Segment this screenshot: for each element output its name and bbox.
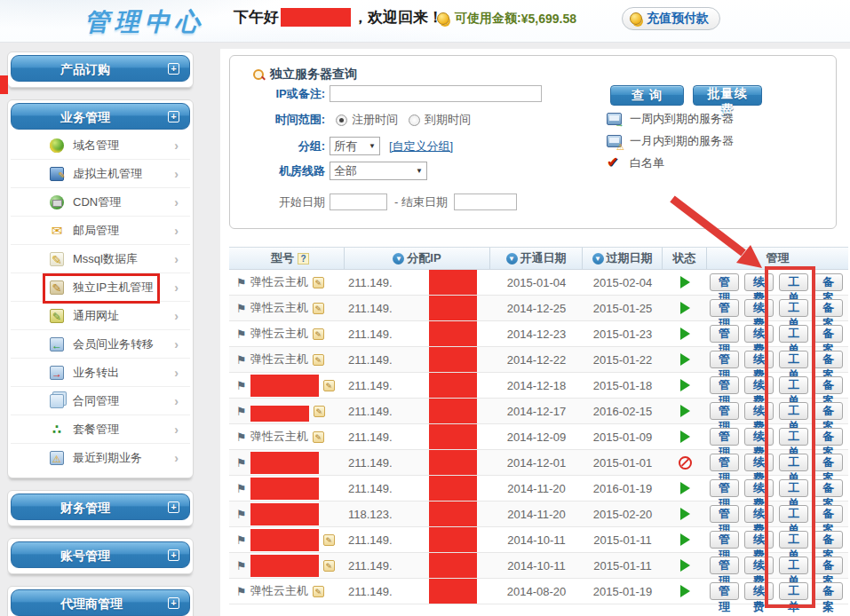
sidebar-item-最近到期业务[interactable]: 最近到期业务 › bbox=[11, 444, 190, 472]
action-button-工单[interactable]: 工单 bbox=[779, 402, 808, 420]
action-button-管理[interactable]: 管理 bbox=[710, 351, 739, 368]
action-button-备案[interactable]: 备案 bbox=[814, 299, 843, 317]
sidebar-item-域名管理[interactable]: 域名管理 › bbox=[11, 131, 190, 160]
sidebar-item-业务转出[interactable]: 业务转出 › bbox=[11, 359, 190, 387]
edit-note-icon[interactable] bbox=[313, 586, 324, 597]
action-button-工单[interactable]: 工单 bbox=[779, 479, 808, 497]
sort-icon[interactable] bbox=[592, 253, 604, 265]
action-button-备案[interactable]: 备案 bbox=[814, 325, 843, 343]
action-button-续费[interactable]: 续费 bbox=[744, 299, 774, 317]
action-button-工单[interactable]: 工单 bbox=[779, 531, 808, 549]
action-button-工单[interactable]: 工单 bbox=[779, 582, 808, 600]
action-button-备案[interactable]: 备案 bbox=[814, 273, 843, 291]
action-button-工单[interactable]: 工单 bbox=[779, 376, 808, 394]
datacenter-line-select[interactable]: 全部 ▼ bbox=[330, 162, 427, 180]
action-button-续费[interactable]: 续费 bbox=[744, 454, 774, 471]
action-button-续费[interactable]: 续费 bbox=[744, 351, 774, 368]
action-button-工单[interactable]: 工单 bbox=[779, 273, 808, 291]
edit-note-icon[interactable] bbox=[313, 328, 324, 340]
action-button-备案[interactable]: 备案 bbox=[814, 479, 843, 497]
edit-note-icon[interactable] bbox=[323, 560, 335, 572]
expand-icon[interactable] bbox=[168, 549, 179, 561]
sidebar-item-独立IP主机管理[interactable]: 独立IP主机管理 › bbox=[11, 273, 190, 302]
action-button-管理[interactable]: 管理 bbox=[710, 428, 739, 446]
action-button-续费[interactable]: 续费 bbox=[744, 479, 774, 497]
action-button-续费[interactable]: 续费 bbox=[744, 402, 774, 420]
sidebar-item-通用网址[interactable]: 通用网址 › bbox=[11, 302, 190, 330]
expand-icon[interactable] bbox=[168, 111, 179, 122]
action-button-备案[interactable]: 备案 bbox=[814, 531, 843, 549]
action-button-管理[interactable]: 管理 bbox=[710, 531, 739, 549]
custom-group-link[interactable]: [自定义分组] bbox=[389, 138, 453, 154]
action-button-续费[interactable]: 续费 bbox=[744, 428, 774, 446]
action-button-续费[interactable]: 续费 bbox=[744, 505, 774, 523]
action-button-备案[interactable]: 备案 bbox=[814, 454, 843, 471]
action-button-工单[interactable]: 工单 bbox=[779, 505, 808, 523]
sidebar-section-账号管理[interactable]: 账号管理 bbox=[11, 541, 190, 568]
group-select[interactable]: 所有 ▼ bbox=[330, 137, 380, 155]
action-button-工单[interactable]: 工单 bbox=[779, 454, 808, 471]
action-button-管理[interactable]: 管理 bbox=[710, 582, 739, 600]
action-button-管理[interactable]: 管理 bbox=[710, 376, 739, 394]
sidebar-item-邮局管理[interactable]: 邮局管理 › bbox=[11, 217, 190, 245]
action-button-续费[interactable]: 续费 bbox=[744, 557, 774, 574]
action-button-管理[interactable]: 管理 bbox=[710, 454, 739, 471]
action-button-备案[interactable]: 备案 bbox=[814, 505, 843, 523]
edit-note-icon[interactable] bbox=[314, 406, 325, 417]
edit-note-icon[interactable] bbox=[313, 303, 324, 314]
action-button-续费[interactable]: 续费 bbox=[744, 325, 774, 343]
start-date-input[interactable] bbox=[330, 193, 387, 210]
action-button-管理[interactable]: 管理 bbox=[710, 557, 739, 574]
action-button-工单[interactable]: 工单 bbox=[779, 299, 808, 317]
action-button-备案[interactable]: 备案 bbox=[814, 557, 843, 574]
edit-note-icon[interactable] bbox=[313, 354, 324, 366]
edit-note-icon[interactable] bbox=[323, 380, 335, 391]
action-button-续费[interactable]: 续费 bbox=[744, 582, 774, 600]
contract-icon bbox=[50, 394, 64, 408]
action-button-管理[interactable]: 管理 bbox=[710, 479, 739, 497]
batch-renew-button[interactable]: 批量续费 bbox=[693, 85, 762, 106]
action-button-工单[interactable]: 工单 bbox=[779, 428, 808, 446]
action-button-管理[interactable]: 管理 bbox=[710, 299, 739, 317]
end-date-input[interactable] bbox=[454, 193, 517, 210]
expand-icon[interactable] bbox=[168, 597, 179, 609]
query-button[interactable]: 查 询 bbox=[610, 85, 684, 106]
sidebar-item-虚拟主机管理[interactable]: 虚拟主机管理 › bbox=[11, 160, 190, 188]
action-button-续费[interactable]: 续费 bbox=[744, 273, 774, 291]
edit-note-icon[interactable] bbox=[313, 277, 324, 288]
edit-note-icon[interactable] bbox=[323, 534, 335, 546]
expand-icon[interactable] bbox=[168, 501, 179, 513]
sidebar-section-财务管理[interactable]: 财务管理 bbox=[11, 494, 190, 520]
recharge-button[interactable]: 充值预付款 bbox=[622, 7, 720, 30]
expire-time-radio[interactable] bbox=[409, 115, 420, 126]
action-button-管理[interactable]: 管理 bbox=[710, 402, 739, 420]
sidebar-item-合同管理[interactable]: 合同管理 › bbox=[11, 387, 190, 415]
action-button-管理[interactable]: 管理 bbox=[710, 325, 739, 343]
action-button-管理[interactable]: 管理 bbox=[710, 505, 739, 523]
action-button-备案[interactable]: 备案 bbox=[814, 582, 843, 600]
edit-note-icon[interactable] bbox=[313, 431, 324, 443]
sidebar-section-产品订购[interactable]: 产品订购 bbox=[11, 55, 190, 82]
expand-icon[interactable] bbox=[168, 63, 179, 75]
action-button-备案[interactable]: 备案 bbox=[814, 428, 843, 446]
sort-icon[interactable] bbox=[506, 253, 518, 265]
ip-remark-input[interactable] bbox=[330, 85, 542, 102]
sidebar-item-CDN管理[interactable]: CDN管理 › bbox=[11, 188, 190, 217]
sidebar-item-会员间业务转移[interactable]: 会员间业务转移 › bbox=[11, 330, 190, 359]
sidebar-section-业务管理[interactable]: 业务管理 bbox=[11, 103, 190, 130]
action-button-工单[interactable]: 工单 bbox=[779, 557, 808, 574]
action-button-工单[interactable]: 工单 bbox=[779, 325, 808, 343]
sidebar-item-套餐管理[interactable]: 套餐管理 › bbox=[11, 415, 190, 444]
register-time-radio[interactable] bbox=[336, 115, 347, 126]
action-button-备案[interactable]: 备案 bbox=[814, 376, 843, 394]
sort-icon[interactable] bbox=[393, 253, 404, 265]
sidebar-section-代理商管理[interactable]: 代理商管理 bbox=[11, 589, 190, 616]
action-button-续费[interactable]: 续费 bbox=[744, 531, 774, 549]
action-button-备案[interactable]: 备案 bbox=[814, 402, 843, 420]
action-button-工单[interactable]: 工单 bbox=[779, 351, 808, 368]
sidebar-item-Mssql数据库[interactable]: Mssql数据库 › bbox=[11, 245, 190, 273]
action-button-备案[interactable]: 备案 bbox=[814, 351, 843, 368]
action-button-管理[interactable]: 管理 bbox=[710, 273, 739, 291]
action-button-续费[interactable]: 续费 bbox=[744, 376, 774, 394]
help-icon[interactable] bbox=[298, 253, 309, 265]
